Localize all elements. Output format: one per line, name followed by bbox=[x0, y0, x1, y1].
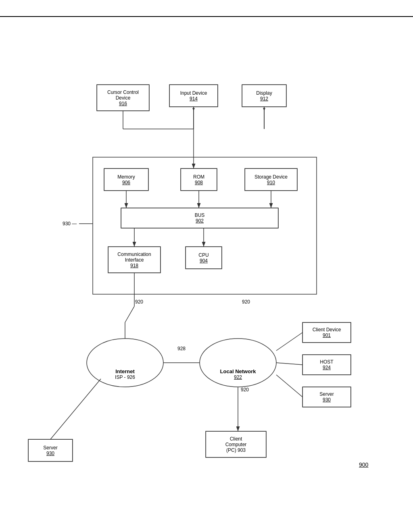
svg-marker-21 bbox=[263, 108, 265, 111]
svg-marker-18 bbox=[192, 108, 195, 111]
cpu-box: CPU 904 bbox=[186, 247, 222, 269]
server-bottom-label: Server bbox=[43, 445, 57, 451]
comm-interface-ref: 918 bbox=[130, 263, 138, 268]
cursor-control-ref: 916 bbox=[119, 101, 127, 106]
client-computer-box: ClientComputer(PC) 903 bbox=[206, 431, 266, 457]
input-device-box: Input Device 914 bbox=[169, 85, 218, 107]
display-ref: 912 bbox=[260, 96, 268, 102]
cpu-ref: 904 bbox=[200, 258, 208, 264]
comm-interface-label: CommunicationInterface bbox=[117, 251, 151, 263]
memory-box: Memory 906 bbox=[104, 168, 148, 191]
host-box: HOST 924 bbox=[302, 355, 351, 375]
host-ref: 924 bbox=[323, 365, 331, 370]
svg-line-28 bbox=[125, 306, 134, 322]
server-bottom-box: Server 930 bbox=[28, 439, 73, 461]
display-label: Display bbox=[256, 90, 272, 96]
storage-label: Storage Device bbox=[254, 174, 288, 180]
isp-label: ISP - 926 bbox=[115, 374, 135, 380]
bus-ref: 902 bbox=[196, 218, 204, 224]
client-device-box: Client Device 901 bbox=[302, 322, 351, 343]
server-bottom-ref: 930 bbox=[46, 451, 54, 456]
svg-line-42 bbox=[50, 379, 101, 439]
label-900: 900 bbox=[359, 461, 368, 468]
label-928: 928 bbox=[177, 346, 186, 351]
label-920-left: 920 bbox=[135, 299, 143, 305]
local-network-label: Local Network bbox=[220, 368, 256, 374]
memory-ref: 906 bbox=[122, 180, 130, 185]
local-network-ellipse-label: Local Network 922 bbox=[200, 350, 276, 398]
client-computer-label: ClientComputer(PC) 903 bbox=[225, 436, 247, 453]
rom-label: ROM bbox=[193, 174, 204, 180]
svg-point-29 bbox=[87, 339, 163, 387]
svg-line-36 bbox=[276, 332, 302, 351]
bus-label: BUS bbox=[195, 212, 205, 218]
cursor-control-box: Cursor ControlDevice 916 bbox=[97, 85, 149, 111]
server-right-ref: 930 bbox=[323, 397, 331, 403]
host-label: HOST bbox=[320, 359, 333, 365]
bus-box: BUS 902 bbox=[121, 208, 278, 228]
label-920-bottom: 920 bbox=[241, 387, 249, 393]
display-box: Display 912 bbox=[242, 85, 286, 107]
local-network-ref: 922 bbox=[234, 374, 242, 380]
client-device-label: Client Device bbox=[313, 327, 341, 332]
storage-ref: 910 bbox=[267, 180, 275, 185]
svg-point-30 bbox=[200, 339, 276, 387]
storage-box: Storage Device 910 bbox=[245, 168, 297, 191]
internet-label: Internet bbox=[115, 368, 135, 374]
page-header bbox=[0, 0, 413, 17]
server-right-box: Server 930 bbox=[302, 387, 351, 407]
svg-line-37 bbox=[276, 363, 302, 365]
svg-line-38 bbox=[276, 375, 302, 397]
cpu-label: CPU bbox=[198, 252, 209, 258]
cursor-control-label: Cursor ControlDevice bbox=[107, 89, 139, 101]
memory-label: Memory bbox=[117, 174, 135, 180]
comm-interface-box: CommunicationInterface 918 bbox=[108, 247, 161, 273]
label-920-right: 920 bbox=[242, 299, 250, 305]
internet-ellipse-label: Internet ISP - 926 bbox=[87, 350, 163, 398]
input-device-ref: 914 bbox=[190, 96, 198, 102]
rom-ref: 908 bbox=[195, 180, 203, 185]
rom-box: ROM 908 bbox=[181, 168, 217, 191]
server-right-label: Server bbox=[319, 391, 334, 397]
input-device-label: Input Device bbox=[180, 90, 207, 96]
client-device-ref: 901 bbox=[323, 332, 331, 338]
outer-box-ref-label: 930 — bbox=[63, 221, 77, 227]
